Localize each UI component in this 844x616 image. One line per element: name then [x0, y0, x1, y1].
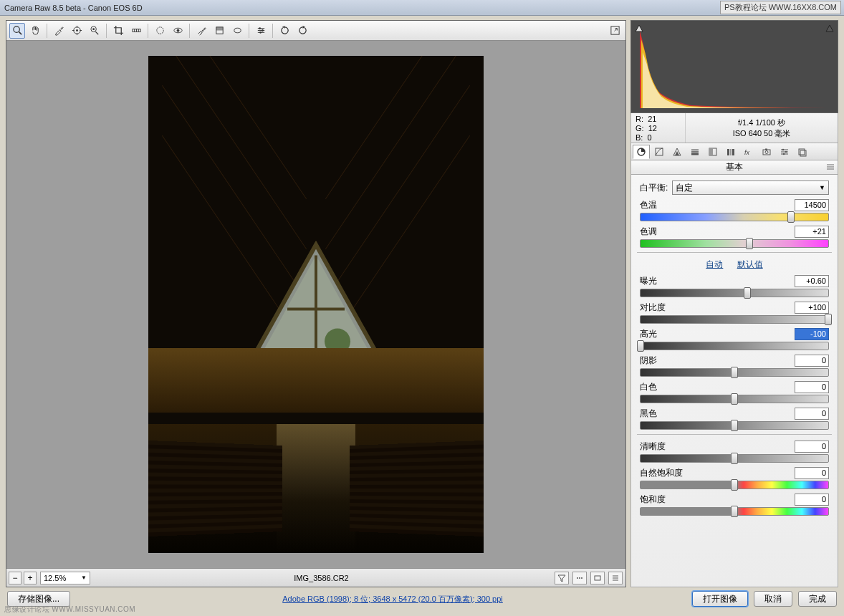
histogram[interactable] [630, 20, 838, 113]
slider-thumb-blacks[interactable] [731, 420, 738, 431]
slider-value-blacks[interactable]: 0 [795, 408, 829, 420]
tab-snapshots[interactable] [794, 145, 811, 159]
tab-fx[interactable]: fx [740, 145, 757, 159]
crop-icon[interactable] [110, 23, 126, 39]
slider-track-exposure[interactable] [640, 289, 829, 297]
slider-exposure: 曝光 +0.60 [640, 275, 829, 297]
svg-rect-47 [691, 153, 699, 155]
slider-track-tint[interactable] [640, 239, 829, 248]
target-adjust-icon[interactable] [87, 23, 102, 39]
workflow-link[interactable]: Adobe RGB (1998); 8 位; 3648 x 5472 (20.0… [99, 594, 686, 605]
titlebar: Camera Raw 8.5 beta - Canon EOS 6D [0, 0, 844, 16]
slider-thumb-contrast[interactable] [825, 314, 832, 325]
tab-camera[interactable] [758, 145, 775, 159]
image-preview[interactable] [6, 41, 625, 568]
auto-link[interactable]: 自动 [706, 259, 723, 269]
slider-saturation: 饱和度 0 [640, 494, 829, 516]
wb-select[interactable]: 自定▼ [672, 181, 829, 195]
rotate-cw-icon[interactable] [294, 23, 310, 39]
slider-value-temp[interactable]: 14500 [795, 199, 829, 211]
slider-label-tint: 色调 [640, 226, 657, 238]
radial-filter-icon[interactable] [229, 23, 245, 39]
shadow-clip-icon[interactable] [634, 23, 644, 33]
svg-rect-51 [730, 149, 732, 155]
basic-panel: 白平衡: 自定▼ 色温 14500 色调 +21 自动 默认值 曝光 [630, 175, 838, 587]
preferences-icon[interactable] [253, 23, 269, 39]
slider-value-shadows[interactable]: 0 [795, 355, 829, 367]
svg-rect-63 [799, 149, 805, 155]
zoom-out-button[interactable]: − [9, 572, 21, 584]
slider-value-exposure[interactable]: +0.60 [795, 275, 829, 287]
cancel-button[interactable]: 取消 [754, 591, 792, 607]
slider-track-contrast[interactable] [640, 315, 829, 324]
menu-icon[interactable] [608, 572, 623, 584]
svg-line-1 [19, 32, 21, 34]
slider-label-temp: 色温 [640, 199, 657, 211]
graduated-filter-icon[interactable] [211, 23, 227, 39]
slider-tint: 色调 +21 [640, 226, 829, 248]
slider-shadows: 阴影 0 [640, 355, 829, 377]
svg-rect-46 [691, 151, 699, 153]
slider-thumb-vibrance[interactable] [731, 479, 738, 491]
svg-point-23 [259, 27, 261, 29]
slider-thumb-saturation[interactable] [731, 506, 738, 517]
tab-presets[interactable] [776, 145, 793, 159]
rotate-ccw-icon[interactable] [277, 23, 292, 39]
slider-thumb-highlights[interactable] [637, 340, 644, 352]
slider-label-contrast: 对比度 [640, 302, 666, 314]
slider-value-saturation[interactable]: 0 [795, 494, 829, 506]
svg-rect-64 [800, 150, 806, 156]
slider-value-clarity[interactable]: 0 [795, 441, 829, 453]
zoom-icon[interactable] [9, 23, 25, 39]
tab-detail[interactable] [668, 145, 686, 159]
slider-value-tint[interactable]: +21 [795, 226, 829, 238]
slider-track-temp[interactable] [640, 213, 829, 221]
slider-track-shadows[interactable] [640, 368, 829, 377]
tab-split[interactable] [704, 145, 721, 159]
slider-thumb-whites[interactable] [731, 393, 738, 405]
open-button[interactable]: 打开图像 [692, 591, 748, 607]
label-icon[interactable] [590, 572, 605, 584]
slider-thumb-temp[interactable] [787, 211, 795, 223]
window-title: Camera Raw 8.5 beta - Canon EOS 6D [4, 4, 143, 12]
slider-value-highlights[interactable]: -100 [795, 328, 829, 340]
slider-thumb-exposure[interactable] [744, 287, 751, 299]
slider-track-highlights[interactable] [640, 342, 829, 350]
slider-thumb-clarity[interactable] [731, 453, 738, 464]
tab-basic[interactable] [633, 145, 650, 159]
hand-icon[interactable] [27, 23, 43, 39]
slider-track-whites[interactable] [640, 395, 829, 403]
panel-menu-icon[interactable] [826, 163, 835, 171]
slider-thumb-shadows[interactable] [731, 367, 738, 378]
tab-lens[interactable] [722, 145, 739, 159]
done-button[interactable]: 完成 [798, 591, 837, 607]
slider-vibrance: 自然饱和度 0 [640, 467, 829, 489]
slider-value-contrast[interactable]: +100 [795, 302, 829, 314]
slider-value-whites[interactable]: 0 [795, 381, 829, 393]
slider-track-clarity[interactable] [640, 454, 829, 463]
tab-curve[interactable] [651, 145, 668, 159]
spot-removal-icon[interactable] [152, 23, 168, 39]
slider-thumb-tint[interactable] [746, 238, 753, 249]
slider-track-blacks[interactable] [640, 421, 829, 430]
panel-tabs: fx [630, 143, 838, 160]
svg-rect-45 [691, 149, 699, 151]
zoom-select[interactable]: 12.5%▼ [40, 572, 90, 584]
adjustments-pane: R: 21 G: 12 B: 0 f/1.4 1/100 秒 ISO 640 5… [630, 20, 838, 587]
color-sampler-icon[interactable] [69, 23, 85, 39]
brush-icon[interactable] [193, 23, 209, 39]
straighten-icon[interactable] [128, 23, 144, 39]
eyedropper-icon[interactable] [51, 23, 67, 39]
fullscreen-icon[interactable] [607, 23, 623, 39]
zoom-in-button[interactable]: + [24, 572, 37, 584]
default-link[interactable]: 默认值 [737, 259, 763, 269]
slider-track-saturation[interactable] [640, 507, 829, 516]
tab-hsl[interactable] [686, 145, 704, 159]
slider-track-vibrance[interactable] [640, 481, 829, 489]
svg-rect-42 [656, 148, 663, 155]
rating-icon[interactable] [572, 572, 587, 584]
redeye-icon[interactable] [170, 23, 186, 39]
highlight-clip-icon[interactable] [825, 23, 835, 33]
slider-value-vibrance[interactable]: 0 [795, 467, 829, 479]
filter-icon[interactable] [555, 572, 569, 584]
